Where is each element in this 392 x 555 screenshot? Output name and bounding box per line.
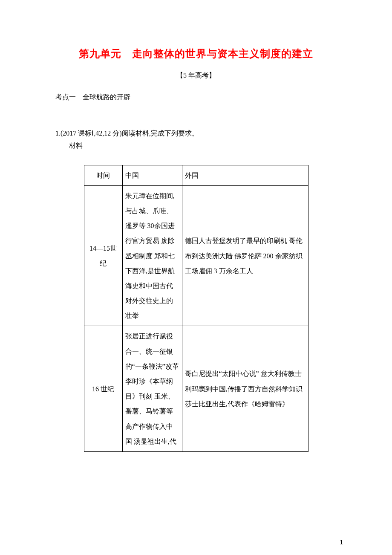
material-label: 材料	[55, 140, 337, 152]
cell-foreign: 哥白尼提出“太阳中心说” 意大利传教士利玛窦到中国,传播了西方自然科学知识 莎士…	[182, 326, 308, 452]
cell-foreign: 德国人古登堡发明了最早的印刷机 哥伦布到达美洲大陆 佛罗伦萨 200 余家纺织工…	[182, 185, 308, 326]
cell-china: 朱元璋在位期间,与占城、爪哇、暹罗等 30余国进行官方贸易 废除丞相制度 郑和七…	[122, 185, 182, 326]
cell-time: 16 世纪	[84, 326, 122, 452]
question-number-line: 1.(2017 课标Ⅰ,42,12 分)阅读材料,完成下列要求。	[55, 127, 337, 140]
header-china: 中国	[122, 165, 182, 185]
table-header-row: 时间 中国 外国	[84, 165, 308, 185]
section-label: 考点一 全球航路的开辟	[55, 93, 337, 102]
table-row: 14—15世纪 朱元璋在位期间,与占城、爪哇、暹罗等 30余国进行官方贸易 废除…	[84, 185, 308, 326]
material-table: 时间 中国 外国 14—15世纪 朱元璋在位期间,与占城、爪哇、暹罗等 30余国…	[84, 165, 308, 452]
page-number: 1	[340, 539, 343, 546]
exam-years: 【5 年高考】	[55, 71, 337, 80]
unit-title: 第九单元 走向整体的世界与资本主义制度的建立	[55, 47, 337, 61]
cell-time: 14—15世纪	[84, 185, 122, 326]
header-time: 时间	[84, 165, 122, 185]
cell-china: 张居正进行赋役合一、统一征银的“一条鞭法”改革 李时珍《本草纲目》刊刻 玉米、番…	[122, 326, 182, 452]
table-row: 16 世纪 张居正进行赋役合一、统一征银的“一条鞭法”改革 李时珍《本草纲目》刊…	[84, 326, 308, 452]
header-foreign: 外国	[182, 165, 308, 185]
question-block: 1.(2017 课标Ⅰ,42,12 分)阅读材料,完成下列要求。 材料	[55, 127, 337, 152]
